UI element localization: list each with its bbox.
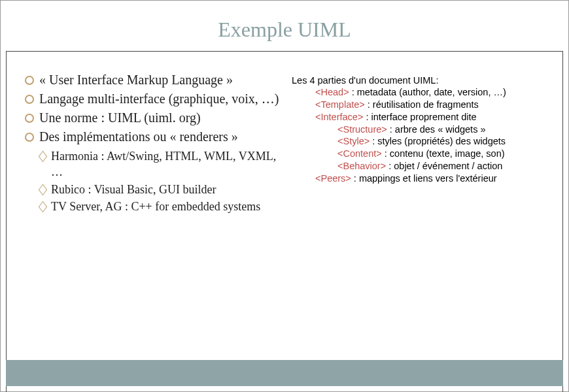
- slide-title: Exemple UIML: [6, 6, 563, 51]
- xml-tag: <Interface>: [315, 112, 363, 122]
- bullet-list: « User Interface Markup Language » Langa…: [25, 71, 280, 146]
- right-column: Les 4 parties d'un document UIML: <Head>…: [292, 71, 551, 216]
- part-desc: : contenu (texte, image, son): [382, 148, 505, 159]
- part-line: <Head> : metadata (author, date, version…: [292, 86, 551, 99]
- part-desc: : arbre des « widgets »: [387, 124, 486, 135]
- bullet-item: « User Interface Markup Language »: [25, 71, 280, 89]
- content-columns: « User Interface Markup Language » Langa…: [7, 52, 562, 222]
- bullet-item: Langage multi-interface (graphique, voix…: [25, 90, 280, 108]
- part-line: <Style> : styles (propriétés) des widget…: [292, 135, 551, 148]
- part-desc: : réutilisation de fragments: [365, 99, 479, 110]
- part-desc: : interface proprement dite: [363, 112, 476, 122]
- part-desc: : styles (propriétés) des widgets: [370, 136, 506, 146]
- sub-bullet-item: TV Server, AG : C++ for embedded systems: [25, 199, 280, 214]
- part-line: <Template> : réutilisation de fragments: [292, 99, 551, 111]
- xml-tag: <Template>: [315, 99, 365, 110]
- sub-bullet-item: Harmonia : Awt/Swing, HTML, WML, VXML, …: [25, 148, 280, 180]
- xml-tag: <Structure>: [337, 124, 387, 135]
- xml-tag: <Peers>: [315, 173, 351, 184]
- part-line: <Structure> : arbre des « widgets »: [292, 123, 551, 136]
- sub-bullet-item: Rubico : Visual Basic, GUI builder: [25, 182, 280, 197]
- part-line: <Interface> : interface proprement dite: [292, 111, 551, 123]
- part-line: <Peers> : mappings et liens vers l'extér…: [292, 172, 551, 185]
- slide: Exemple UIML « User Interface Markup Lan…: [0, 0, 569, 392]
- parts-list: <Head> : metadata (author, date, version…: [292, 86, 551, 185]
- xml-tag: <Head>: [315, 87, 349, 97]
- bullet-item: Des implémentations ou « renderers »: [25, 128, 280, 146]
- part-line: <Content> : contenu (texte, image, son): [292, 148, 551, 160]
- bullet-item: Une norme : UIML (uiml. org): [25, 109, 280, 127]
- footer-bar: [6, 360, 563, 386]
- xml-tag: <Style>: [337, 136, 370, 146]
- part-desc: : objet / événement / action: [386, 161, 502, 171]
- xml-tag: <Behavior>: [337, 161, 386, 171]
- left-column: « User Interface Markup Language » Langa…: [25, 71, 280, 216]
- xml-tag: <Content>: [337, 148, 382, 159]
- part-desc: : mappings et liens vers l'extérieur: [351, 173, 497, 184]
- part-desc: : metadata (author, date, version, …): [349, 87, 506, 97]
- slide-body-frame: « User Interface Markup Language » Langa…: [6, 51, 563, 392]
- part-line: <Behavior> : objet / événement / action: [292, 160, 551, 172]
- parts-heading: Les 4 parties d'un document UIML:: [292, 75, 551, 86]
- sub-bullet-list: Harmonia : Awt/Swing, HTML, WML, VXML, ……: [25, 148, 280, 214]
